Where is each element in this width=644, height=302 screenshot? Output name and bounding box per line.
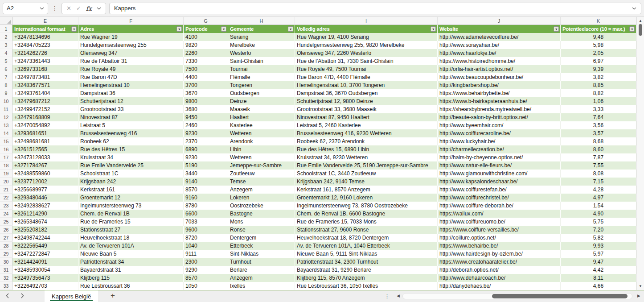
grid-cell[interactable]: +32497873481 bbox=[12, 73, 78, 81]
grid-cell[interactable]: Rue Lesbroussart 36 bbox=[78, 282, 184, 290]
column-header-J[interactable]: J bbox=[438, 17, 561, 25]
grid-cell[interactable]: 5,82 bbox=[561, 234, 636, 242]
grid-cell[interactable]: Saint-Ghislain bbox=[228, 57, 295, 65]
grid-cell[interactable]: +32497356473 bbox=[12, 274, 78, 282]
grid-cell[interactable]: Rue de l’Abattoir 31 bbox=[78, 57, 184, 65]
grid-cell[interactable]: Ronse bbox=[228, 226, 295, 234]
grid-cell[interactable]: Groentemarkt 12, 9160 Lokeren bbox=[295, 194, 438, 202]
grid-cell[interactable]: Bayaerdstraat 31 bbox=[78, 266, 184, 274]
grid-cell[interactable]: Hemelingenstraat 10, 3700 Tongeren bbox=[295, 81, 438, 89]
grid-cell[interactable]: 7,20 bbox=[561, 226, 636, 234]
grid-cell[interactable]: Berlare bbox=[228, 266, 295, 274]
grid-cell[interactable]: +3214262726 bbox=[12, 49, 78, 57]
column-header-F[interactable]: F bbox=[78, 17, 184, 25]
grid-cell[interactable]: Bastogne bbox=[228, 210, 295, 218]
grid-cell[interactable]: Rue des Hêtres 15 bbox=[78, 145, 184, 153]
row-number[interactable]: 2 bbox=[0, 33, 12, 41]
grid-cell[interactable]: Schoolstraat 1C, 3440 Zoutleeuw bbox=[295, 170, 438, 178]
grid-cell[interactable]: 4,90 bbox=[561, 210, 636, 218]
grid-cell[interactable]: Rue Lesbroussart 36, 1050 Ixelles bbox=[295, 282, 438, 290]
row-number[interactable]: 19 bbox=[0, 170, 12, 178]
grid-cell[interactable]: 5,98 bbox=[561, 41, 636, 49]
grid-cell[interactable]: Brusselsesteenweg 416, 9230 Wetteren bbox=[295, 129, 438, 137]
grid-cell[interactable]: 9160 bbox=[184, 194, 228, 202]
grid-cell[interactable]: Sint-Niklaas bbox=[228, 250, 295, 258]
grid-cell[interactable]: Flémalle bbox=[228, 73, 295, 81]
grid-cell[interactable]: Patriottenstraat 34 bbox=[78, 258, 184, 266]
row-number[interactable]: 20 bbox=[0, 178, 12, 186]
grid-cell[interactable]: Nieuwe Baan 5 bbox=[78, 250, 184, 258]
column-header-H[interactable]: H bbox=[228, 17, 295, 25]
grid-cell[interactable]: Schoolstraat 1C bbox=[78, 170, 184, 178]
grid-cell[interactable]: http://coillure.optios.net/ bbox=[438, 234, 561, 242]
row-number[interactable]: 33 bbox=[0, 282, 12, 290]
grid-cell[interactable]: Rue Baron 47D bbox=[78, 73, 184, 81]
grid-cell[interactable]: Stationsstraat 27, 9600 Ronse bbox=[295, 226, 438, 234]
grid-cell[interactable]: +32473361443 bbox=[12, 57, 78, 65]
grid-cell[interactable]: 8,08 bbox=[561, 170, 636, 178]
row-number[interactable]: 12 bbox=[0, 113, 12, 121]
grid-cell[interactable]: Kerkstraat 161 bbox=[78, 186, 184, 194]
grid-cell[interactable]: 3,82 bbox=[561, 73, 636, 81]
grid-cell[interactable]: Anzegem bbox=[228, 186, 295, 194]
grid-cell[interactable]: http://www.coiffure-deborah.be/ bbox=[438, 202, 561, 210]
insert-function-icon[interactable]: fx bbox=[86, 5, 92, 12]
grid-cell[interactable]: 8,60 bbox=[561, 145, 636, 153]
scroll-left-icon[interactable]: ◀ bbox=[397, 294, 400, 298]
grid-cell[interactable]: Rue Wagner 19, 4100 Seraing bbox=[295, 33, 438, 41]
grid-cell[interactable]: 7330 bbox=[184, 57, 228, 65]
sheet-tab-kappers-belgie[interactable]: Kappers België bbox=[45, 290, 98, 302]
grid-cell[interactable]: 3680 bbox=[184, 105, 228, 113]
grid-cell[interactable]: 9600 bbox=[184, 226, 228, 234]
grid-cell[interactable]: Hundelgemsesteenweg 255, 9820 Merelbeke bbox=[295, 41, 438, 49]
row-number[interactable]: 18 bbox=[0, 161, 12, 170]
grid-cell[interactable]: Rue Royale 49 bbox=[78, 65, 184, 73]
grid-cell[interactable]: Etterbeek bbox=[228, 242, 295, 250]
header-cell-F[interactable]: Adres▼ bbox=[78, 25, 184, 33]
chevron-down-icon[interactable] bbox=[97, 7, 101, 10]
grid-cell[interactable]: Zoutleeuw bbox=[228, 170, 295, 178]
grid-cell[interactable]: 2300 bbox=[184, 258, 228, 266]
grid-cell[interactable]: 8780 bbox=[184, 202, 228, 210]
grid-cell[interactable]: Seraing bbox=[228, 33, 295, 41]
grid-cell[interactable]: https://www.behairbe.be/ bbox=[438, 242, 561, 250]
row-number[interactable]: 21 bbox=[0, 186, 12, 194]
sheet-nav-right-icon[interactable] bbox=[21, 293, 25, 299]
grid-cell[interactable]: Brusselsesteenweg 416 bbox=[78, 129, 184, 137]
grid-cell[interactable]: 3440 bbox=[184, 170, 228, 178]
row-number[interactable]: 29 bbox=[0, 250, 12, 258]
grid-cell[interactable]: 3670 bbox=[184, 89, 228, 97]
grid-cell[interactable]: http://orlia-hair-artist.optios.net/ bbox=[438, 65, 561, 73]
grid-cell[interactable]: 7,87 bbox=[561, 153, 636, 161]
row-number[interactable]: 14 bbox=[0, 129, 12, 137]
grid-cell[interactable]: https://www.b-hairkapsteraanhuis.be/ bbox=[438, 97, 561, 105]
grid-cell[interactable]: +32478134696 bbox=[12, 33, 78, 41]
grid-cell[interactable]: https://shearsbybrenda.mytreatwell.be/ bbox=[438, 105, 561, 113]
grid-cell[interactable]: Westerlo bbox=[228, 49, 295, 57]
grid-cell[interactable]: 7,64 bbox=[561, 113, 636, 121]
grid-cell[interactable]: 7,15 bbox=[561, 178, 636, 186]
grid-cell[interactable]: Grootrootstraat 33 bbox=[78, 105, 184, 113]
grid-cell[interactable]: Haaltert bbox=[228, 113, 295, 121]
grid-cell[interactable]: Heuvelhoekstraat 18 bbox=[78, 234, 184, 242]
scroll-up-icon[interactable]: ▲ bbox=[637, 19, 644, 23]
grid-cell[interactable]: 8570 bbox=[184, 186, 228, 194]
grid-cell[interactable]: Rue de Frameries 15, 7033 Mons bbox=[295, 218, 438, 226]
grid-cell[interactable]: http://www.natur-elle-fleurs.be/ bbox=[438, 161, 561, 170]
grid-cell[interactable]: +3293681651 bbox=[12, 129, 78, 137]
grid-cell[interactable]: 1,06 bbox=[561, 97, 636, 105]
grid-cell[interactable]: 1050 bbox=[184, 282, 228, 290]
grid-cell[interactable]: https://www.coiffure-versailles.be/ bbox=[438, 226, 561, 234]
grid-cell[interactable]: 9800 bbox=[184, 97, 228, 105]
column-header-E[interactable]: E bbox=[12, 17, 78, 25]
grid-cell[interactable]: Klijtberg 115 bbox=[78, 274, 184, 282]
grid-cell[interactable]: 6890 bbox=[184, 145, 228, 153]
grid-cell[interactable]: +3271784267 bbox=[12, 161, 78, 170]
grid-cell[interactable]: http://www.coiffurechristel.be/ bbox=[438, 194, 561, 202]
grid-cell[interactable]: +32485930054 bbox=[12, 266, 78, 274]
grid-cell[interactable]: Klijtberg 115, 8570 Anzegem bbox=[295, 274, 438, 282]
grid-cell[interactable]: Hundelgemsesteenweg 255 bbox=[78, 41, 184, 49]
grid-cell[interactable]: Ingelmunstersteenweg 73 bbox=[78, 202, 184, 210]
grid-cell[interactable]: http://www.dehaarcoach.be/ bbox=[438, 274, 561, 282]
grid-cell[interactable]: Rue Emile Vandervelde 25 bbox=[78, 161, 184, 170]
